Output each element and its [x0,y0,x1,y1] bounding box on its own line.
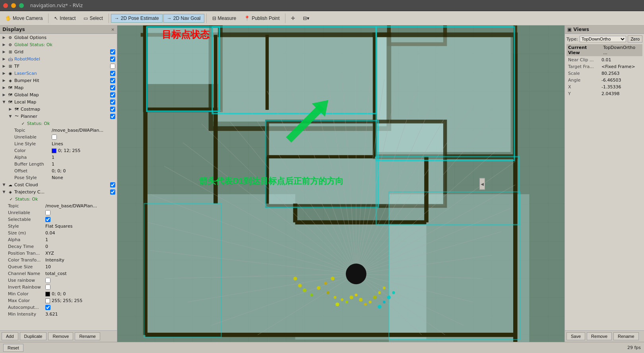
expand-arrow[interactable]: ▶ [2,35,6,39]
prop-label: Pose Style [14,175,50,180]
tree-item-tf[interactable]: ▶ ⊞ TF [0,62,117,70]
pose-estimate-button[interactable]: → 2D Pose Estimate [111,14,163,23]
prop-label: Near Clip ... [568,57,600,62]
prop-traj-decaytime: Decay Time 0 [0,243,117,250]
prop-label: Alpha [8,237,44,242]
item-label: Status: Ok [27,121,115,126]
right-panel-toggle[interactable]: ◀ [479,178,485,189]
camera-button[interactable]: ⊟▾ [299,14,313,23]
prop-value: 0; 12; 255 [58,148,115,153]
interact-icon: ↖ [54,16,58,21]
trajectory-checkbox[interactable] [110,189,115,195]
viewport[interactable]: 目标点状态 箭头代表D1到达目标点后正前方的方向 ◀ [117,25,564,342]
planner-checkbox[interactable] [110,114,115,119]
duplicate-button[interactable]: Duplicate [20,332,47,340]
view-prop-angle: Angle -6.46503 [566,77,642,84]
tree-item-globalmap[interactable]: ▶ 🗺 Global Map [0,91,117,98]
max-color-swatch[interactable] [45,298,50,303]
crosshair-button[interactable]: ✛ [287,14,299,23]
views-remove-button[interactable]: Remove [587,332,612,340]
type-select[interactable]: TopDownOrtho Orbit FPS [580,36,626,42]
expand-arrow[interactable]: ▶ [2,43,6,47]
prop-label: Unreliable [8,210,44,215]
prop-traj-minintensity: Min Intensity 3.621 [0,311,117,318]
crosshair-icon: ✛ [291,16,295,21]
views-save-button[interactable]: Save [566,332,585,340]
expand-arrow[interactable]: ▶ [2,50,6,54]
zero-button[interactable]: Zero [628,35,642,43]
add-button[interactable]: Add [2,332,18,340]
tree-item-bumperhit[interactable]: ▶ ◈ Bumper Hit [0,77,117,84]
expand-arrow[interactable]: ▶ [2,71,6,75]
minimize-button[interactable] [11,3,16,8]
tree-item-robotmodel[interactable]: ▶ 🤖 RobotModel [0,55,117,62]
settings-icon: ⚙ [7,35,14,40]
tree-item-grid[interactable]: ▶ ⊞ Grid [0,48,117,55]
status-icon: ⚙ [7,43,14,47]
select-button[interactable]: ▭ Select [80,14,106,23]
panel-close-icon[interactable]: ✕ [111,27,114,32]
expand-arrow[interactable]: ▶ [2,64,6,68]
tree-item-planner[interactable]: ▼ 〜 Planner [0,113,117,120]
measure-button[interactable]: ⊟ Measure [209,14,240,23]
prop-label: Topic [8,203,44,209]
rename-button[interactable]: Rename [75,332,100,340]
robotmodel-checkbox[interactable] [110,57,115,62]
localmap-checkbox[interactable] [110,99,115,105]
expand-arrow[interactable]: ▼ [2,183,6,187]
move-camera-button[interactable]: 🖐 Move Camera [2,14,46,23]
traj-selectable-checkbox[interactable] [45,217,50,222]
unreliable-checkbox[interactable] [52,135,57,140]
grid-checkbox[interactable] [110,49,115,55]
expand-arrow[interactable]: ▶ [2,93,6,97]
autocompute-checkbox[interactable] [45,305,50,310]
toolbar-separator4 [285,14,285,23]
tree-item-global-status[interactable]: ▶ ⚙ Global Status: Ok [0,41,117,48]
views-rename-button[interactable]: Rename [613,332,639,340]
expand-arrow[interactable]: ▶ [2,86,6,90]
svg-point-77 [331,277,334,280]
globalmap-checkbox[interactable] [110,92,115,98]
tf-checkbox[interactable] [110,64,115,69]
interact-button[interactable]: ↖ Interact [50,14,79,23]
remove-button[interactable]: Remove [48,332,73,340]
costmap-checkbox[interactable] [110,107,115,112]
prop-label: Position Tran... [8,251,44,256]
expand-arrow[interactable]: ▼ [8,114,13,118]
costcloud-checkbox[interactable] [110,182,115,187]
right-panel-buttons: Save Remove Rename [565,330,644,342]
titlebar: navigation.rviz* - RViz [0,0,644,11]
tree-item-laserscan[interactable]: ▶ ◉ LaserScan [0,70,117,77]
invert-rainbow-checkbox[interactable] [45,285,50,290]
item-label: Local Map [14,99,109,105]
tree-item-costmap[interactable]: ▶ 🗺 Costmap [0,105,117,113]
nav-goal-button[interactable]: → 2D Nav Goal [163,14,204,23]
expand-arrow[interactable]: ▼ [2,190,6,194]
laserscan-checkbox[interactable] [110,71,115,76]
expand-arrow[interactable]: ▶ [2,78,6,82]
tree-item-localmap[interactable]: ▼ 🗺 Local Map [0,98,117,105]
publish-point-button[interactable]: 📍 Publish Point [241,14,283,23]
min-color-swatch[interactable] [45,292,50,296]
view-prop-scale: Scale 80.2563 [566,70,642,77]
prop-value: 3.621 [45,312,115,317]
tree-item-costcloud[interactable]: ▼ ☁ Cost Cloud [0,181,117,188]
tree-item-global-options[interactable]: ▶ ⚙ Global Options [0,34,117,41]
color-swatch[interactable] [52,148,56,153]
expand-arrow[interactable]: ▶ [2,57,6,61]
prop-label: Size (m) [8,230,44,236]
prop-label: Decay Time [8,244,44,249]
expand-arrow[interactable]: ▶ [8,107,13,111]
expand-arrow[interactable]: ▼ [2,100,6,104]
prop-value: XYZ [45,251,115,256]
tree-item-map[interactable]: ▶ 🗺 Map [0,84,117,91]
traj-unreliable-checkbox[interactable] [45,210,50,215]
maximize-button[interactable] [19,3,24,8]
reset-button[interactable]: Reset [3,344,23,352]
bumperhit-checkbox[interactable] [110,78,115,83]
displays-tree[interactable]: ▶ ⚙ Global Options ▶ ⚙ Global Status: Ok… [0,34,117,330]
map-checkbox[interactable] [110,85,115,90]
tree-item-trajectory[interactable]: ▼ ◈ Trajectory C... [0,188,117,195]
close-button[interactable] [3,3,8,8]
rainbow-checkbox[interactable] [45,278,50,283]
